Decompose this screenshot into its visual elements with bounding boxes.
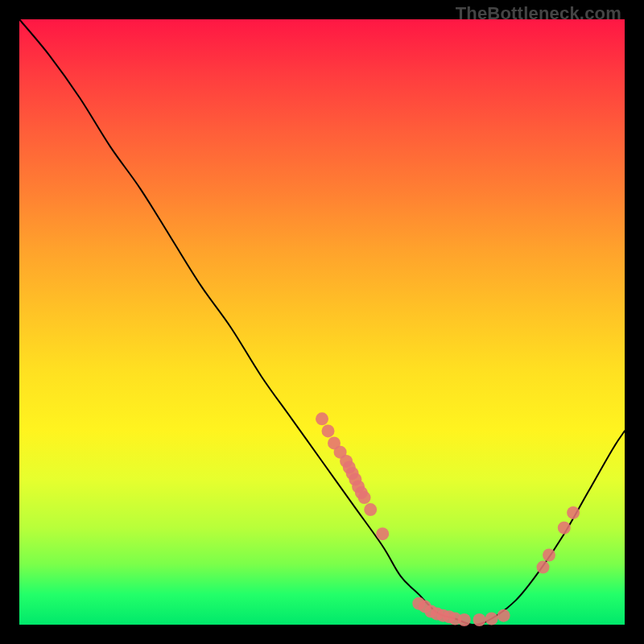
bottleneck-curve	[19, 19, 625, 625]
curve-marker	[485, 613, 498, 625]
curve-marker	[497, 609, 510, 622]
curve-marker	[543, 549, 555, 562]
curve-marker	[458, 613, 471, 626]
curve-marker	[322, 424, 335, 437]
curve-marker	[537, 561, 550, 574]
curve-markers	[316, 412, 580, 626]
curve-marker	[358, 491, 371, 504]
watermark-text: TheBottleneck.com	[456, 3, 621, 24]
curve-marker	[376, 527, 389, 540]
curve-marker	[567, 506, 580, 519]
chart-frame	[19, 19, 625, 625]
curve-marker	[364, 503, 377, 516]
chart-svg	[19, 19, 625, 625]
curve-marker	[558, 522, 571, 535]
curve-marker	[473, 613, 486, 626]
curve-marker	[316, 412, 328, 425]
